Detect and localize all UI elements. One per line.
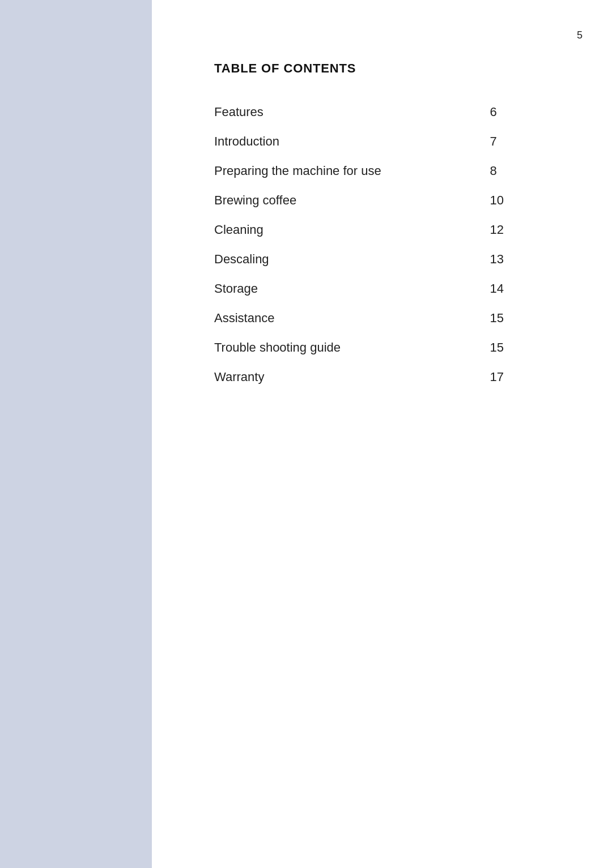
page-number: 5 <box>577 29 583 41</box>
toc-entry-label: Trouble shooting guide <box>214 333 479 362</box>
toc-row: Trouble shooting guide15 <box>214 333 567 362</box>
toc-entry-label: Cleaning <box>214 215 479 245</box>
toc-entry-page: 10 <box>479 186 567 215</box>
sidebar <box>0 0 152 868</box>
toc-row: Assistance15 <box>214 303 567 333</box>
toc-entry-page: 13 <box>479 245 567 274</box>
toc-entry-page: 7 <box>479 127 567 156</box>
toc-entry-label: Brewing coffee <box>214 186 479 215</box>
toc-row: Introduction7 <box>214 127 567 156</box>
toc-entry-label: Storage <box>214 274 479 303</box>
toc-entry-label: Features <box>214 97 479 127</box>
toc-entry-page: 14 <box>479 274 567 303</box>
content-area: TABLE OF CONTENTS Features6Introduction7… <box>152 0 612 437</box>
toc-entry-page: 12 <box>479 215 567 245</box>
toc-entry-label: Warranty <box>214 362 479 392</box>
toc-row: Brewing coffee10 <box>214 186 567 215</box>
toc-row: Storage14 <box>214 274 567 303</box>
toc-table: Features6Introduction7Preparing the mach… <box>214 97 567 392</box>
toc-row: Features6 <box>214 97 567 127</box>
toc-entry-page: 17 <box>479 362 567 392</box>
toc-entry-page: 6 <box>479 97 567 127</box>
toc-entry-label: Preparing the machine for use <box>214 156 479 186</box>
toc-row: Descaling13 <box>214 245 567 274</box>
toc-entry-label: Descaling <box>214 245 479 274</box>
toc-row: Warranty17 <box>214 362 567 392</box>
toc-title: TABLE OF CONTENTS <box>214 61 567 76</box>
toc-entry-label: Introduction <box>214 127 479 156</box>
toc-row: Preparing the machine for use8 <box>214 156 567 186</box>
toc-entry-label: Assistance <box>214 303 479 333</box>
toc-entry-page: 8 <box>479 156 567 186</box>
toc-row: Cleaning12 <box>214 215 567 245</box>
toc-entry-page: 15 <box>479 333 567 362</box>
toc-entry-page: 15 <box>479 303 567 333</box>
